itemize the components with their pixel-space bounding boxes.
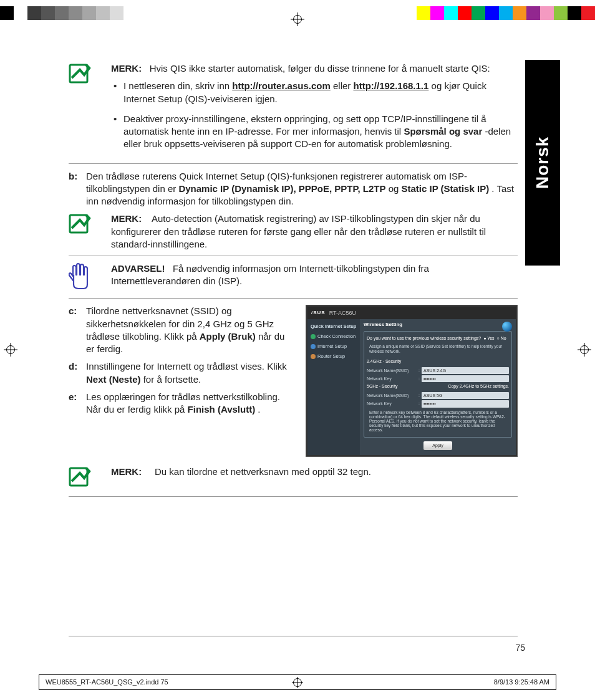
sidebar-item: Check Connection [307, 332, 360, 342]
warning-label: ADVARSEL! [111, 263, 165, 274]
registration-mark-icon [578, 343, 591, 357]
ssid-24-value: ASUS 2.4G [422, 367, 509, 374]
registration-mark-icon [4, 343, 17, 357]
section-24ghz: 2.4GHz - Security [367, 358, 509, 364]
registration-mark-icon [292, 677, 303, 688]
note-text: Auto-detection (Automatisk registrering)… [111, 213, 486, 249]
note-icon [69, 62, 95, 158]
slug-filename: WEU8555_RT-AC56U_QSG_v2.indd 75 [46, 678, 168, 687]
router-sidebar: Quick Internet Setup Check Connection In… [307, 319, 360, 455]
step-label: d: [69, 360, 80, 386]
note-label: MERK: [111, 63, 142, 74]
ssid-5-value: ASUS 5G [422, 392, 509, 399]
note-block: MERK: Hvis QIS ikke starter automatisk, … [69, 62, 518, 164]
note-icon [69, 466, 95, 491]
note-block: MERK: Du kan tilordne et nettverksnavn m… [69, 466, 518, 497]
step-d: d: Innstillingene for Internett og trådl… [69, 360, 293, 386]
step-label: c: [69, 305, 80, 355]
router-model: RT-AC56U [329, 309, 356, 317]
panel-desc: Assign a unique name or SSID (Service Se… [369, 344, 506, 355]
step-c: c: Tilordne nettverksnavnet (SSID) og si… [69, 305, 293, 355]
note-block: MERK: Auto-detection (Automatisk registr… [69, 213, 518, 256]
note-label: MERK: [111, 466, 142, 477]
step-b: b: Den trådløse ruterens Quick Internet … [69, 170, 518, 208]
print-slug: WEU8555_RT-AC56U_QSG_v2.indd 75 8/9/13 9… [39, 674, 556, 690]
sidebar-head: Quick Internet Setup [307, 322, 360, 331]
router-ui-screenshot: /SUS RT-AC56U Quick Internet Setup Check… [306, 305, 518, 457]
note-icon [69, 213, 95, 251]
step-e: e: Les opplæringen for trådløs nettverks… [69, 391, 293, 416]
warning-block: ADVARSEL! Få nødvendig informasjon om In… [69, 262, 518, 299]
page-number: 75 [515, 642, 525, 654]
home-icon [502, 322, 512, 332]
bullet-item: I nettleseren din, skriv inn http://rout… [111, 80, 518, 105]
registration-mark-icon [291, 12, 304, 26]
sidebar-item: Router Setup [307, 352, 360, 362]
panel-note: Enter a network key between 8 and 63 cha… [367, 409, 509, 434]
print-color-bar [0, 6, 595, 20]
language-tab-label: Norsk [531, 137, 554, 189]
slug-timestamp: 8/9/13 9:25:48 AM [494, 678, 549, 687]
apply-button: Apply [423, 441, 452, 449]
warning-hand-icon [69, 262, 95, 293]
panel-title: Wireless Setting [364, 322, 512, 328]
key-24-value: •••••••• [422, 375, 509, 382]
step-label: b: [69, 170, 80, 208]
asus-logo: /SUS [311, 310, 326, 317]
section-5ghz: 5GHz - Security [367, 383, 397, 389]
key-5-value: •••••••• [422, 400, 509, 407]
url-link: http://192.168.1.1 [353, 80, 428, 91]
step-label: e: [69, 391, 80, 416]
url-link: http://router.asus.com [232, 80, 331, 91]
note-text: Hvis QIS ikke starter automatisk, følger… [150, 63, 490, 74]
note-label: MERK: [111, 213, 142, 224]
bullet-item: Deaktiver proxy-innstillingene, ekstern … [111, 113, 518, 151]
sidebar-item: Internet Setup [307, 342, 360, 352]
language-tab: Norsk [525, 60, 560, 266]
note-text: Du kan tilordne et nettverksnavn med opp… [155, 466, 371, 477]
footer-rule [69, 636, 518, 636]
